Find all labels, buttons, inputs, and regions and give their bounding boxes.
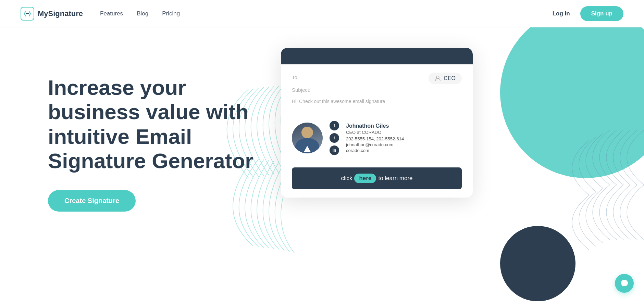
create-signature-button[interactable]: Create Signature (48, 190, 136, 212)
email-header-bar (281, 48, 473, 64)
nav-links: Features Blog Pricing (100, 10, 180, 17)
cta-text-after: to learn more (378, 175, 412, 182)
navbar-left: MySignature Features Blog Pricing (21, 7, 180, 21)
facebook-icon: f (330, 121, 339, 130)
nav-features[interactable]: Features (100, 10, 123, 17)
hero-text: Increase your business value with intuit… (48, 55, 253, 212)
email-greeting: Hi! Check out this awesome email signatu… (292, 99, 462, 104)
navbar: MySignature Features Blog Pricing Log in… (0, 0, 644, 27)
hero-section: Increase your business value with intuit… (0, 27, 644, 301)
sig-email: johnathon@corado.com (346, 142, 462, 147)
brand-name: MySignature (38, 9, 83, 18)
email-body: To: CEO Subject: Hi! Check out this awes… (281, 64, 473, 198)
email-subject-label: Subject: (292, 87, 310, 93)
hero-title: Increase your business value with intuit… (48, 75, 253, 173)
navbar-right: Log in Sign up (553, 6, 623, 21)
twitter-icon: t (330, 133, 339, 143)
social-icons: f t in (330, 121, 339, 155)
signature-card: f t in Johnathon Giles CEO at CORADO 202… (292, 114, 462, 162)
cta-here-highlight[interactable]: here (354, 174, 376, 183)
linkedin-icon: in (330, 146, 339, 155)
logo[interactable]: MySignature (21, 7, 83, 21)
cta-banner[interactable]: click here to learn more (292, 167, 462, 189)
email-subject-row: Subject: (292, 87, 462, 93)
sig-website: corado.com (346, 148, 462, 153)
person-icon (435, 75, 441, 81)
chat-icon (620, 279, 629, 288)
nav-pricing[interactable]: Pricing (162, 10, 180, 17)
sig-phone: 202-5555-154, 202-5552-614 (346, 136, 462, 141)
sig-title: CEO at CORADO (346, 130, 462, 135)
nav-blog[interactable]: Blog (137, 10, 148, 17)
signature-avatar (292, 123, 323, 153)
email-mockup: To: CEO Subject: Hi! Check out this awes… (281, 48, 473, 198)
logo-icon (21, 7, 34, 21)
email-recipient-badge: CEO (429, 73, 462, 84)
wave-lines-decoration (541, 130, 644, 250)
sig-name: Johnathon Giles (346, 123, 462, 129)
signature-info: Johnathon Giles CEO at CORADO 202-5555-1… (346, 123, 462, 153)
email-to-row: To: CEO (292, 73, 462, 84)
signup-button[interactable]: Sign up (580, 6, 623, 21)
cta-text-before: click (341, 175, 352, 182)
email-to-label: To: (292, 74, 299, 80)
recipient-name: CEO (444, 75, 456, 81)
chat-bubble[interactable] (615, 274, 634, 293)
login-button[interactable]: Log in (553, 10, 570, 17)
avatar-head (301, 127, 313, 138)
